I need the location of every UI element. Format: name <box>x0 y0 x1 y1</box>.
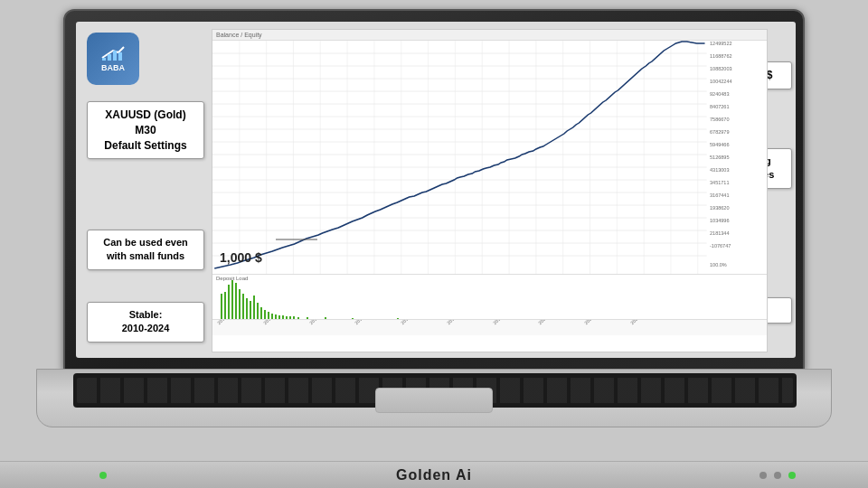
svg-text:5949466: 5949466 <box>710 142 730 147</box>
svg-text:9240483: 9240483 <box>710 91 730 97</box>
chart-main: 12499522 11688762 10882003 10042244 9240… <box>212 41 767 274</box>
svg-text:1938620: 1938620 <box>710 205 730 211</box>
svg-text:10042244: 10042244 <box>710 79 732 84</box>
right-dot-gray2 <box>774 472 781 479</box>
svg-rect-67 <box>253 296 255 319</box>
svg-rect-66 <box>250 301 251 319</box>
svg-text:-1076747: -1076747 <box>710 243 731 249</box>
svg-rect-70 <box>264 310 266 319</box>
stable-text: Stable: 2010-2024 <box>122 309 170 333</box>
svg-rect-58 <box>221 294 222 319</box>
left-dots <box>99 472 107 479</box>
x-label: 2015.01.17 <box>354 319 373 325</box>
svg-rect-61 <box>231 280 233 319</box>
x-label: 2010.07.26 <box>216 319 236 325</box>
x-label: 2018.04.09 <box>446 319 466 325</box>
chart-icon <box>100 45 126 61</box>
svg-rect-59 <box>224 292 226 319</box>
x-label: 2019.12.09 <box>492 319 512 325</box>
svg-text:8407261: 8407261 <box>710 104 730 109</box>
x-label: 2011.06.07 <box>262 319 282 325</box>
chart-container: Balance / Equity <box>212 29 768 352</box>
svg-text:3167441: 3167441 <box>710 192 730 198</box>
x-label: 2024.01.22 <box>629 319 649 325</box>
svg-rect-68 <box>257 303 259 319</box>
svg-text:6782979: 6782979 <box>710 129 730 135</box>
start-value-label: 1,000 $ <box>220 250 262 265</box>
svg-text:12499522: 12499522 <box>710 41 732 46</box>
chart-lower: Deposit Load <box>212 274 767 335</box>
keyboard-base <box>36 369 832 427</box>
trackpad[interactable] <box>375 388 493 413</box>
svg-text:11688762: 11688762 <box>710 53 732 59</box>
instrument-text: XAUUSD (Gold) M30 Default Settings <box>104 108 186 152</box>
svg-text:100.0%: 100.0% <box>710 262 727 267</box>
right-dots <box>760 472 796 479</box>
svg-rect-63 <box>239 289 241 319</box>
x-label: 2016.09.08 <box>400 319 420 325</box>
right-dot-green <box>788 472 796 479</box>
chart-title: Balance / Equity <box>212 30 767 41</box>
left-dot-green <box>99 472 107 479</box>
small-funds-text: Can be used even with small funds <box>103 237 188 261</box>
stable-box: Stable: 2010-2024 <box>87 302 204 343</box>
screen-inner: BABA XAUUSD (Gold) M30 Default Settings … <box>76 22 796 358</box>
laptop-wrapper: BABA XAUUSD (Gold) M30 Default Settings … <box>0 0 868 488</box>
svg-rect-1 <box>108 54 111 61</box>
svg-text:4313003: 4313003 <box>710 167 730 173</box>
bottom-title: Golden Ai <box>396 467 472 483</box>
svg-rect-64 <box>242 294 244 319</box>
right-dot-gray1 <box>760 472 767 479</box>
svg-rect-65 <box>246 298 248 319</box>
logo-box: BABA <box>87 33 139 85</box>
x-label: 2022.07.11 <box>583 319 603 325</box>
svg-text:7586670: 7586670 <box>710 117 730 122</box>
x-label: 2013.09.20 <box>308 319 328 325</box>
svg-rect-62 <box>235 283 237 319</box>
logo-text: BABA <box>101 63 125 72</box>
svg-text:3451711: 3451711 <box>710 180 730 185</box>
svg-text:10882003: 10882003 <box>710 66 732 71</box>
x-label: 2021.04.06 <box>537 319 557 325</box>
deposit-load-chart: 0.0% <box>216 276 659 319</box>
svg-text:2181344: 2181344 <box>710 230 730 236</box>
svg-rect-71 <box>268 312 269 319</box>
bottom-bar: Golden Ai <box>0 461 868 488</box>
svg-rect-3 <box>118 52 122 61</box>
screen-bezel: BABA XAUUSD (Gold) M30 Default Settings … <box>63 9 805 371</box>
x-axis: 2010.07.26 2011.06.07 2013.09.20 2015.01… <box>212 319 767 335</box>
svg-text:1034996: 1034996 <box>710 218 730 223</box>
small-funds-box: Can be used even with small funds <box>87 230 204 270</box>
svg-rect-60 <box>228 285 230 319</box>
instrument-box: XAUUSD (Gold) M30 Default Settings <box>87 101 204 159</box>
svg-rect-0 <box>102 58 106 61</box>
svg-rect-69 <box>260 307 262 319</box>
svg-text:5126895: 5126895 <box>710 155 730 160</box>
svg-rect-2 <box>113 51 117 61</box>
arrow-line <box>276 230 321 249</box>
